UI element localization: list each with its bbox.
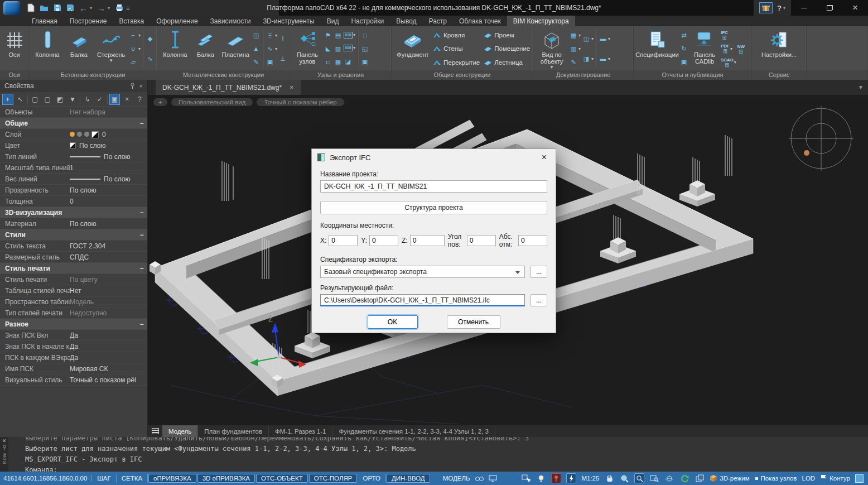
sheet-tab[interactable]: Модель [162, 425, 198, 437]
property-row[interactable]: Объекты Нет набора [0, 107, 147, 118]
property-row[interactable]: Пространство таблиц... Модель [0, 296, 147, 308]
status-toggle[interactable]: ДИН-ВВОД [387, 474, 430, 483]
concrete-beam-button[interactable]: Балка [64, 27, 94, 70]
dialog-titlebar[interactable]: Экспорт IFC × [312, 149, 556, 166]
cancel-button[interactable]: Отменить [447, 315, 500, 329]
ribbon-mini-icon[interactable]: ✎ [569, 58, 578, 66]
property-row[interactable]: Стиль печати − [0, 263, 147, 274]
ribbon-mini-icon[interactable]: ◫ [252, 31, 261, 40]
ribbon-mini-icon[interactable]: ⊥ [278, 55, 287, 63]
redo-dropdown-icon[interactable]: ▾ [108, 6, 110, 11]
ribbon-tab[interactable]: 3D-инструменты [257, 16, 320, 26]
metal-plate-button[interactable]: Пластина [220, 27, 251, 70]
props-highlight-icon[interactable]: ▣ [109, 94, 120, 105]
ribbon-mini-icon[interactable]: ◆ [146, 35, 155, 43]
property-row[interactable]: Тип стилей печати Недоступно [0, 308, 147, 319]
regen-icon[interactable] [679, 473, 689, 483]
status-toggle[interactable]: 3D оПРИВЯЗКА [197, 474, 255, 483]
property-row[interactable]: Масштаб типа линий 1 [0, 162, 147, 174]
rod-dropdown-icon[interactable]: ▼ [109, 59, 113, 63]
file-browse-button[interactable]: ... [531, 294, 547, 306]
viewport-view-button[interactable]: Пользовательский вид [171, 98, 253, 106]
ribbon-mini-icon[interactable]: ▣ [360, 58, 369, 66]
viewport-lock-icon[interactable] [695, 473, 705, 483]
close-panel-icon[interactable]: × [139, 83, 143, 89]
ribbon-tab[interactable]: Настройки [345, 16, 390, 26]
document-close-icon[interactable]: × [290, 83, 294, 92]
property-row[interactable]: Цвет По слою [0, 140, 147, 151]
pin-icon[interactable] [130, 83, 135, 90]
ribbon-mini-icon[interactable]: ▬ [599, 55, 607, 63]
cadlib-panel-button[interactable]: Панель CADlib [689, 27, 720, 70]
workspace-icon[interactable] [474, 473, 484, 483]
ribbon-tab[interactable]: Вывод [390, 16, 422, 26]
undo-icon[interactable]: ← [79, 4, 88, 12]
show-nodes-toggle[interactable]: Показ узлов [755, 475, 797, 482]
monitor-icon[interactable] [488, 473, 498, 483]
save-icon[interactable] [54, 2, 61, 13]
common-construction-item[interactable]: Кровля [433, 29, 480, 41]
ribbon-mini-icon[interactable]: Ι [278, 35, 287, 43]
view-by-object-button[interactable]: Вид по объекту ▼ [535, 27, 568, 70]
property-row[interactable]: Знак ПСК в начале к... Да [0, 341, 147, 352]
quick-properties-icon[interactable] [566, 473, 576, 483]
status-toggle[interactable]: ОРТО [358, 474, 386, 483]
ribbon-mini-icon[interactable]: ▥ [334, 45, 343, 53]
sheet-tab[interactable]: ФМ-1. Разрез 1-1 [269, 425, 332, 437]
ribbon-mini-icon[interactable]: ▦ [334, 58, 343, 66]
clean-screen-icon[interactable] [855, 474, 864, 483]
property-row[interactable]: Стили − [0, 229, 147, 241]
result-file-input[interactable] [320, 294, 525, 306]
command-close-icon[interactable]: ✕ [2, 438, 7, 444]
property-row[interactable]: Размерный стиль СПДС [0, 252, 147, 263]
model-space-indicator[interactable]: МОДЕЛЬ [443, 473, 498, 483]
ribbon-mini-icon[interactable]: ↻ [679, 45, 688, 53]
ribbon-mini-icon[interactable]: ◱ [360, 45, 369, 53]
property-row[interactable]: 3D-визуализация − [0, 207, 147, 218]
ribbon-mini-icon[interactable]: ◫ [582, 35, 591, 43]
props-apply-icon[interactable]: ✓ [94, 94, 105, 105]
props-help-icon[interactable]: ? [134, 94, 145, 105]
annotation-scale[interactable]: M1:25 [581, 475, 599, 482]
metal-beam-button[interactable]: Балка [191, 27, 220, 70]
status-toggle[interactable]: ШАГ [92, 474, 116, 483]
qat-customize-icon[interactable]: ≡ [126, 4, 129, 11]
concrete-column-button[interactable]: Колонна [31, 27, 64, 70]
ribbon-tab[interactable]: Построение [64, 16, 113, 26]
ribbon-mini-icon[interactable]: ▥ [569, 45, 578, 53]
status-toggle[interactable]: оПРИВЯЗКА [148, 474, 196, 483]
collapse-icon[interactable]: − [136, 320, 147, 328]
help-button[interactable]: ? [777, 4, 782, 12]
coordinate-input[interactable] [329, 235, 358, 246]
ribbon-mini-icon[interactable]: □ [360, 31, 369, 40]
ribbon-tab[interactable]: Облака точек [453, 16, 507, 26]
rebar-010-icon[interactable]: 010 [344, 45, 353, 51]
coordinate-input[interactable] [369, 235, 398, 246]
spec-browse-button[interactable]: ... [531, 266, 547, 278]
zoom-icon[interactable] [619, 473, 629, 483]
metal-column-button[interactable]: Колонна [159, 27, 191, 70]
ribbon-mini-icon[interactable]: ▤ [334, 31, 343, 40]
ribbon-tab[interactable]: Растр [423, 16, 453, 26]
promo-gift-icon[interactable] [759, 2, 773, 13]
props-select-add-icon[interactable]: + [2, 94, 13, 105]
property-row[interactable]: Знак ПСК Вкл Да [0, 330, 147, 341]
orbit-icon[interactable] [664, 473, 674, 483]
ribbon-mini-icon[interactable]: ∿ [146, 55, 155, 63]
props-filter-icon[interactable]: ▼ [67, 94, 78, 105]
ribbon-mini-icon[interactable]: ◨ [582, 55, 591, 63]
zoom-window-icon[interactable] [634, 473, 644, 483]
nodes-panel-button[interactable]: Панель узлов [292, 27, 323, 70]
lod-toggle[interactable]: LOD [802, 475, 815, 482]
ribbon-mini-icon[interactable]: ∪ [129, 45, 138, 53]
property-row[interactable]: Общие − [0, 118, 147, 129]
foundation-button[interactable]: Фундамент [393, 27, 432, 70]
common-construction-item[interactable]: Перекрытие [433, 56, 480, 69]
common-construction-item[interactable]: Лестница [484, 56, 530, 69]
property-row[interactable]: ПСК в каждом ВЭкране Да [0, 352, 147, 363]
ribbon-mini-icon[interactable]: ▣ [679, 58, 688, 66]
minimize-button[interactable]: ─ [791, 0, 817, 16]
collapse-icon[interactable]: − [136, 209, 147, 217]
status-toggle[interactable]: ОТС-ОБЪЕКТ [256, 474, 308, 483]
axes-button[interactable]: Оси [2, 27, 27, 70]
